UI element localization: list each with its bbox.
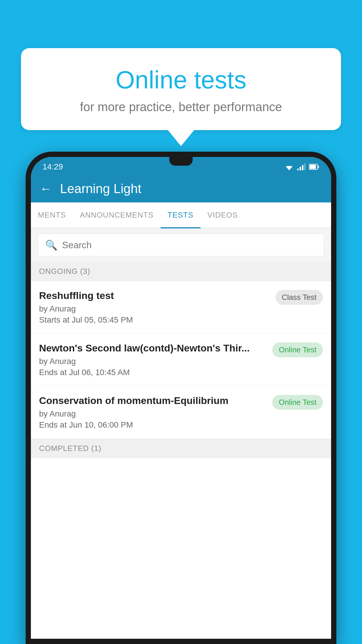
bubble-subtitle: for more practice, better performance	[36, 100, 326, 114]
svg-rect-9	[310, 165, 316, 169]
phone-screen: 14:29	[31, 157, 331, 639]
completed-section-header: COMPLETED (1)	[31, 439, 331, 458]
status-time: 14:29	[43, 162, 63, 172]
test-badge-1: Class Test	[275, 290, 323, 305]
test-author-2: by Anurag	[39, 357, 266, 366]
phone-frame: 14:29	[26, 152, 336, 644]
ongoing-section-header: ONGOING (3)	[31, 262, 331, 281]
search-container: 🔍	[31, 228, 331, 262]
search-bar[interactable]: 🔍	[38, 234, 324, 256]
search-icon: 🔍	[45, 239, 57, 251]
tabs-container: MENTS ANNOUNCEMENTS TESTS VIDEOS	[31, 202, 331, 228]
svg-rect-3	[297, 169, 299, 170]
svg-rect-8	[318, 166, 319, 168]
test-author-3: by Anurag	[39, 409, 266, 419]
speech-bubble: Online tests for more practice, better p…	[21, 48, 341, 130]
test-date-2: Ends at Jul 06, 10:45 AM	[39, 368, 266, 377]
test-date-1: Starts at Jul 05, 05:45 PM	[39, 315, 270, 325]
speech-bubble-tail	[168, 130, 194, 146]
test-item-2[interactable]: Newton's Second law(contd)-Newton's Thir…	[31, 334, 331, 386]
svg-rect-6	[304, 163, 305, 170]
test-badge-2: Online Test	[272, 342, 323, 357]
battery-icon	[309, 164, 319, 170]
app-bar: ← Learning Light	[31, 175, 331, 202]
test-title-2: Newton's Second law(contd)-Newton's Thir…	[39, 342, 266, 354]
tab-videos[interactable]: VIDEOS	[201, 202, 245, 228]
test-badge-3: Online Test	[272, 395, 323, 410]
test-item[interactable]: Reshuffling test by Anurag Starts at Jul…	[31, 281, 331, 334]
status-icons	[284, 163, 319, 170]
test-list: Reshuffling test by Anurag Starts at Jul…	[31, 281, 331, 639]
search-input[interactable]	[62, 240, 317, 251]
tab-tests[interactable]: TESTS	[161, 202, 201, 228]
test-item-3[interactable]: Conservation of momentum-Equilibrium by …	[31, 386, 331, 439]
test-title-1: Reshuffling test	[39, 290, 270, 301]
test-date-3: Ends at Jun 10, 06:00 PM	[39, 420, 266, 430]
test-info-3: Conservation of momentum-Equilibrium by …	[39, 395, 272, 430]
svg-rect-5	[302, 165, 303, 170]
svg-rect-4	[300, 167, 301, 170]
test-author-1: by Anurag	[39, 304, 270, 314]
speech-bubble-container: Online tests for more practice, better p…	[21, 48, 341, 146]
tab-ments[interactable]: MENTS	[31, 202, 73, 228]
test-info-1: Reshuffling test by Anurag Starts at Jul…	[39, 290, 275, 325]
wifi-icon	[284, 163, 294, 170]
test-info-2: Newton's Second law(contd)-Newton's Thir…	[39, 342, 272, 377]
phone-notch	[169, 157, 193, 166]
back-button[interactable]: ←	[40, 182, 52, 196]
signal-icon	[297, 163, 305, 170]
test-title-3: Conservation of momentum-Equilibrium	[39, 395, 266, 406]
bubble-title: Online tests	[36, 66, 326, 94]
app-bar-title: Learning Light	[60, 181, 141, 196]
tab-announcements[interactable]: ANNOUNCEMENTS	[73, 202, 161, 228]
